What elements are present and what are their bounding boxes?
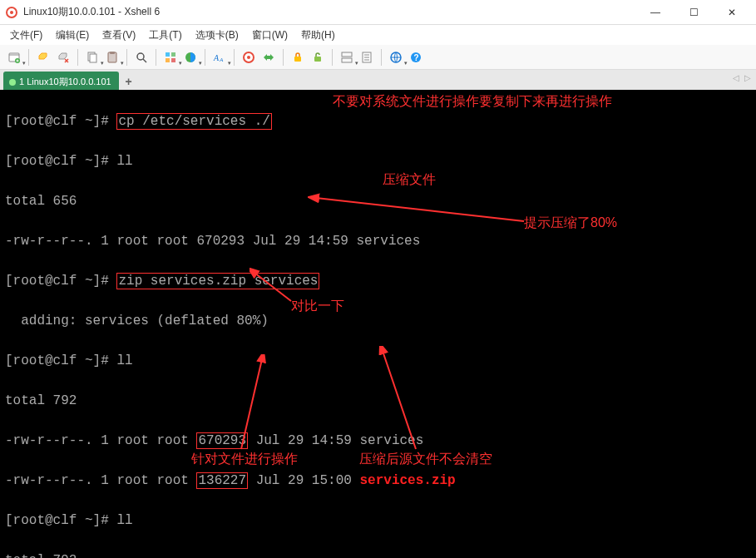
separator (381, 49, 382, 66)
svg-point-17 (247, 56, 250, 59)
tab-scroll-right[interactable]: ▷ (744, 73, 751, 82)
xshell-button[interactable] (240, 48, 258, 67)
highlighted-size: 136227 (196, 472, 248, 489)
annotation-source-kept: 压缩后源文件不会清空 (359, 449, 492, 469)
color-scheme-button[interactable] (181, 48, 200, 67)
svg-rect-18 (294, 57, 301, 62)
new-session-button[interactable] (5, 48, 23, 67)
highlighted-size: 670293 (196, 432, 248, 449)
svg-rect-21 (342, 58, 352, 62)
highlighted-command: zip services.zip services (116, 273, 319, 289)
terminal-line: -rw-r--r--. 1 root root 136227 Jul 29 15… (5, 471, 751, 491)
separator (332, 49, 333, 66)
terminal-line: [root@clf ~]# cp /etc/services ./ (5, 111, 751, 131)
font-button[interactable]: AA (210, 48, 229, 67)
svg-rect-11 (166, 58, 170, 62)
tab-label: 1 Linux10期10.0.0.101 (19, 76, 111, 88)
tile-button[interactable] (338, 48, 356, 67)
menubar: 文件(F) 编辑(E) 查看(V) 工具(T) 选项卡(B) 窗口(W) 帮助(… (0, 25, 756, 45)
annotation-copy-first: 不要对系统文件进行操作要复制下来再进行操作 (333, 91, 612, 111)
menu-window[interactable]: 窗口(W) (245, 27, 294, 44)
svg-point-1 (10, 11, 13, 14)
help-button[interactable]: ? (407, 48, 425, 67)
menu-edit[interactable]: 编辑(E) (49, 27, 96, 44)
svg-text:A: A (213, 53, 220, 62)
svg-rect-12 (171, 58, 175, 62)
terminal-line: total 792 (5, 391, 751, 411)
separator (156, 49, 156, 66)
menu-tools[interactable]: 工具(T) (142, 27, 188, 44)
menu-tabs[interactable]: 选项卡(B) (189, 27, 245, 44)
menu-help[interactable]: 帮助(H) (294, 27, 342, 44)
lock-button[interactable] (289, 48, 307, 67)
annotation-operate-on-file: 针对文件进行操作 (191, 449, 298, 469)
svg-rect-7 (110, 52, 115, 54)
svg-rect-20 (342, 52, 352, 57)
tabbar: 1 Linux10期10.0.0.101 + ◁ ▷ (0, 70, 756, 90)
menu-file[interactable]: 文件(F) (3, 27, 49, 44)
add-tab-button[interactable]: + (121, 73, 137, 90)
annotation-deflated: 提示压缩了80% (524, 213, 617, 233)
xftp-button[interactable] (259, 48, 278, 67)
connected-indicator-icon (9, 79, 16, 86)
highlighted-command: cp /etc/services ./ (116, 113, 271, 130)
separator (28, 49, 29, 66)
encoding-button[interactable] (387, 48, 405, 67)
terminal-line: total 656 (5, 191, 751, 211)
terminal-line: -rw-r--r--. 1 root root 670293 Jul 29 14… (5, 231, 751, 251)
tab-scroll-left[interactable]: ◁ (733, 73, 739, 82)
properties-button[interactable] (161, 48, 180, 67)
svg-rect-19 (314, 57, 321, 62)
session-tab[interactable]: 1 Linux10期10.0.0.101 (3, 72, 119, 90)
svg-rect-10 (171, 52, 175, 57)
annotation-compress: 压缩文件 (383, 170, 436, 190)
menu-view[interactable]: 查看(V) (96, 27, 142, 44)
svg-rect-9 (166, 52, 170, 57)
close-button[interactable]: ✕ (713, 0, 751, 25)
unlock-button[interactable] (309, 48, 327, 67)
separator (77, 49, 78, 66)
svg-rect-5 (90, 54, 96, 62)
scroll-button[interactable] (358, 48, 376, 67)
terminal-line: adding: services (deflated 80%) (5, 311, 751, 331)
toolbar: AA ? (0, 45, 756, 70)
svg-text:A: A (219, 57, 224, 63)
app-logo-icon (5, 6, 18, 19)
copy-button[interactable] (83, 48, 101, 67)
separator (205, 49, 205, 66)
maximize-button[interactable]: ☐ (674, 0, 713, 25)
svg-text:?: ? (414, 53, 419, 62)
terminal-line: [root@clf ~]# zip services.zip services (5, 271, 751, 291)
svg-point-8 (137, 53, 144, 60)
terminal-line: total 792 (5, 551, 751, 558)
tab-scroll-controls: ◁ ▷ (733, 73, 751, 82)
minimize-button[interactable]: — (636, 0, 674, 25)
terminal-line: [root@clf ~]# ll (5, 511, 751, 531)
window-title: Linux10期10.0.0.101 - Xshell 6 (23, 5, 636, 19)
separator (283, 49, 284, 66)
terminal[interactable]: [root@clf ~]# cp /etc/services ./ [root@… (0, 90, 756, 558)
terminal-line: [root@clf ~]# ll (5, 151, 751, 171)
disconnect-button[interactable] (54, 48, 72, 67)
window-controls: — ☐ ✕ (636, 0, 751, 25)
separator (126, 49, 127, 66)
separator (234, 49, 235, 66)
terminal-line: [root@clf ~]# ll (5, 351, 751, 371)
terminal-line: -rw-r--r--. 1 root root 670293 Jul 29 14… (5, 431, 751, 451)
paste-button[interactable] (103, 48, 121, 67)
find-button[interactable] (132, 48, 151, 67)
titlebar: Linux10期10.0.0.101 - Xshell 6 — ☐ ✕ (0, 0, 756, 25)
reconnect-button[interactable] (34, 48, 52, 67)
